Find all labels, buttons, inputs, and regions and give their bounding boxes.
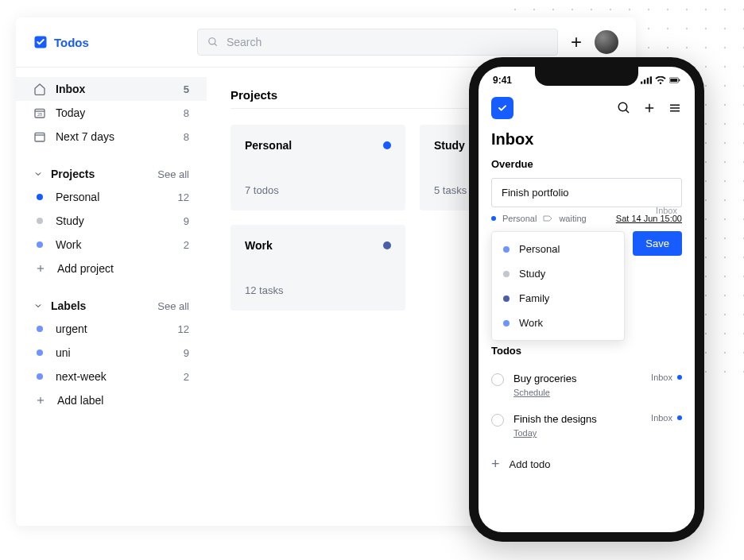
todo-input-value: Finish portfolio [502,187,569,199]
todo-schedule[interactable]: Schedule [513,388,641,397]
todo-label: Finish the designs [513,413,641,425]
sidebar-item-inbox[interactable]: Inbox 5 [16,77,207,101]
dropdown-dot [503,246,510,253]
sidebar-count: 8 [184,131,189,143]
tag-project[interactable]: Personal [502,214,537,223]
project-dot [491,216,496,221]
chevron-down-icon [33,169,43,179]
todo-checkbox[interactable] [491,373,504,386]
project-label: Personal [56,191,99,203]
add-label-button[interactable]: Add label [16,388,207,412]
svg-rect-6 [35,133,45,141]
project-dot [37,194,43,200]
svg-rect-15 [641,82,642,84]
sidebar-label-uni[interactable]: uni 9 [16,341,207,365]
mobile-screen: 9:41 Inbox Overdue Finish portfolio [479,67,695,532]
todo-item[interactable]: Finish the designs Today Inbox [491,405,682,446]
plus-icon: + [491,457,500,471]
label-count: 2 [184,371,189,383]
add-todo-label: Add todo [510,458,551,470]
sidebar-group-projects[interactable]: Projects See all [16,163,207,185]
chevron-down-icon [33,301,43,311]
wifi-icon [655,76,666,84]
sidebar: Inbox 5 28 Today 8 Next 7 days 8 Project… [16,68,207,526]
battery-icon [669,76,680,84]
todo-title-input[interactable]: Finish portfolio [491,178,682,207]
sidebar-group-labels[interactable]: Labels See all [16,295,207,317]
sidebar-item-next7[interactable]: Next 7 days 8 [16,125,207,149]
label-count: 12 [178,323,189,335]
app-logo[interactable]: Todos [33,35,89,49]
svg-rect-20 [670,79,677,82]
todo-checkbox[interactable] [491,414,504,427]
card-subtitle: 7 todos [245,184,391,196]
menu-icon[interactable] [668,101,682,115]
label-dot [37,350,43,356]
tag-label[interactable]: waiting [559,214,586,223]
svg-line-2 [215,44,217,46]
mobile-logo[interactable] [491,97,513,119]
label-text: uni [56,346,71,359]
project-dot [37,218,43,224]
see-all-link[interactable]: See all [157,300,189,312]
user-avatar[interactable] [595,30,618,54]
sidebar-project-personal[interactable]: Personal 12 [16,185,207,209]
add-label-text: Add label [57,394,103,407]
add-project-label: Add project [57,262,114,275]
dropdown-dot [503,271,510,277]
todo-project-tag: Inbox [651,373,682,382]
add-todo-button[interactable]: + Add todo [491,446,682,482]
overdue-heading: Overdue [491,158,682,170]
see-all-link[interactable]: See all [157,168,189,180]
dropdown-item-work[interactable]: Work [492,311,624,335]
svg-rect-18 [650,76,652,83]
mobile-header [479,89,695,130]
project-dropdown: Personal Study Family Work [491,231,625,341]
dropdown-label: Work [519,317,543,329]
dropdown-item-personal[interactable]: Personal [492,237,624,261]
svg-text:28: 28 [37,112,42,117]
label-dot [37,326,43,332]
home-icon [33,83,46,95]
add-button[interactable]: + [571,31,582,53]
label-text: urgent [56,322,87,335]
project-label: Work [56,238,81,251]
sidebar-project-study[interactable]: Study 9 [16,209,207,233]
check-logo-icon [33,35,48,49]
project-card-work[interactable]: Work 12 tasks [231,225,405,311]
sidebar-label-urgent[interactable]: urgent 12 [16,317,207,341]
calendar-day-icon: 28 [33,106,46,119]
sidebar-project-work[interactable]: Work 2 [16,233,207,257]
dropdown-label: Study [519,268,545,280]
todos-heading: Todos [491,345,682,357]
signal-icon [641,76,652,84]
sidebar-label-nextweek[interactable]: next-week 2 [16,365,207,388]
dropdown-item-study[interactable]: Study [492,261,624,286]
svg-rect-17 [647,78,649,84]
todo-project-tag: Inbox [651,413,682,423]
sidebar-label: Today [56,106,85,119]
todo-schedule[interactable]: Today [513,428,641,438]
project-card-personal[interactable]: Personal 7 todos [231,125,405,210]
save-button[interactable]: Save [633,231,682,256]
sidebar-item-today[interactable]: 28 Today 8 [16,101,207,125]
mobile-page-title: Inbox [491,130,682,149]
label-count: 9 [184,347,189,359]
todo-meta-row: Personal waiting Sat 14 Jun 15:00 [491,214,682,223]
search-input[interactable]: Search [197,29,558,56]
card-title: Personal [245,139,292,152]
group-title: Projects [51,168,95,180]
plus-icon[interactable] [642,101,657,115]
svg-rect-16 [644,79,645,83]
card-title: Study [434,139,465,152]
project-label: Study [56,214,84,227]
todo-item[interactable]: Buy groceries Schedule Inbox [491,365,682,405]
notch [535,67,638,86]
search-icon [207,37,219,48]
todo-label: Buy groceries [513,373,641,384]
add-project-button[interactable]: Add project [16,257,207,280]
dropdown-label: Personal [519,243,560,255]
plus-icon [35,395,46,406]
search-icon[interactable] [617,101,631,115]
dropdown-item-family[interactable]: Family [492,286,624,311]
